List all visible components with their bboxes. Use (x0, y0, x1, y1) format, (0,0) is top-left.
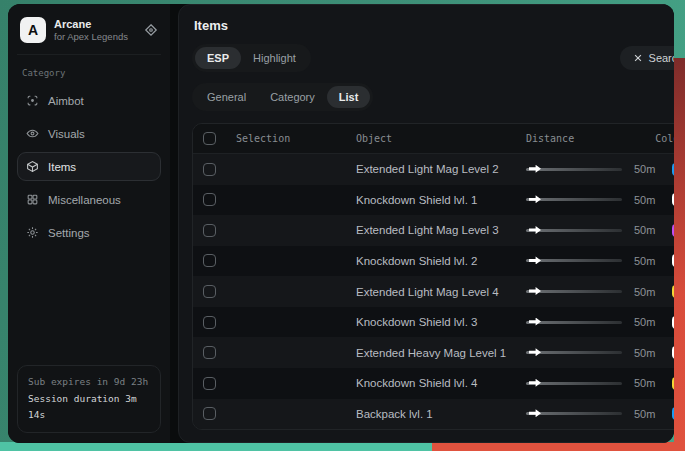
row-checkbox[interactable] (203, 377, 216, 390)
mode-tab-group: ESP Highlight (192, 44, 311, 72)
desktop-background: { "sidebar": { "logo": { "initial": "A",… (0, 0, 685, 451)
sidebar-item-miscellaneous[interactable]: Miscellaneous (17, 185, 161, 214)
app-window: A Arcane for Apex Legends Category (8, 4, 674, 443)
sidebar-item-settings[interactable]: Settings (17, 218, 161, 247)
background-red-strip-bottom (432, 442, 685, 451)
distance-value: 50m (634, 163, 655, 175)
distance-slider[interactable] (526, 229, 622, 232)
table-row: Knockdown Shield lvl. 3 50m (193, 307, 674, 338)
color-swatch[interactable] (672, 377, 674, 390)
color-swatch[interactable] (672, 346, 674, 359)
slider-knob[interactable] (529, 195, 541, 203)
slider-knob[interactable] (529, 165, 541, 173)
object-name: Extended Light Mag Level 4 (356, 286, 526, 298)
distance-slider[interactable] (526, 259, 622, 262)
background-red-strip-right (674, 58, 685, 451)
object-name: Knockdown Shield lvl. 4 (356, 377, 526, 389)
table-row: Extended Light Mag Level 3 50m (193, 215, 674, 246)
sub-expiry-text: Sub expires in 9d 23h (28, 374, 150, 391)
gear-icon (26, 226, 39, 239)
crosshair-icon (26, 94, 39, 107)
background-teal-strip (0, 442, 432, 451)
color-swatch[interactable] (672, 407, 674, 420)
object-name: Extended Light Mag Level 2 (356, 163, 526, 175)
distance-slider[interactable] (526, 198, 622, 201)
eye-icon (26, 127, 39, 140)
slider-knob[interactable] (529, 318, 541, 326)
search-button-label: Search (649, 52, 674, 64)
compass-diamond-icon[interactable] (144, 23, 158, 37)
distance-value: 50m (634, 286, 655, 298)
tab-category[interactable]: Category (258, 86, 327, 108)
distance-value: 50m (634, 377, 655, 389)
slider-knob[interactable] (529, 348, 541, 356)
distance-value: 50m (634, 224, 655, 236)
tab-esp[interactable]: ESP (195, 47, 241, 69)
row-checkbox[interactable] (203, 346, 216, 359)
distance-cell: 50m (526, 255, 655, 267)
search-button[interactable]: Search (620, 46, 674, 70)
sidebar-nav: Aimbot Visuals Items (17, 84, 161, 249)
session-info-box: Sub expires in 9d 23h Session duration 3… (17, 365, 161, 433)
slider-knob[interactable] (529, 256, 541, 264)
mode-toolbar: ESP Highlight Search (192, 44, 674, 72)
column-header-color: Color (655, 133, 674, 144)
color-swatch[interactable] (672, 254, 674, 267)
distance-slider[interactable] (526, 351, 622, 354)
distance-slider[interactable] (526, 290, 622, 293)
row-checkbox[interactable] (203, 285, 216, 298)
row-checkbox[interactable] (203, 193, 216, 206)
sidebar-item-label: Miscellaneous (48, 194, 121, 206)
row-checkbox[interactable] (203, 224, 216, 237)
table-row: Extended Heavy Mag Level 1 50m (193, 337, 674, 368)
distance-value: 50m (634, 316, 655, 328)
sidebar-item-aimbot[interactable]: Aimbot (17, 86, 161, 115)
distance-value: 50m (634, 194, 655, 206)
table-row: Knockdown Shield lvl. 4 50m (193, 368, 674, 399)
table-row: Knockdown Shield lvl. 2 50m (193, 246, 674, 277)
distance-cell: 50m (526, 408, 655, 420)
slider-knob[interactable] (529, 409, 541, 417)
slider-knob[interactable] (529, 379, 541, 387)
color-swatch[interactable] (672, 285, 674, 298)
sidebar-item-items[interactable]: Items (17, 152, 161, 181)
color-swatch[interactable] (672, 224, 674, 237)
sidebar-item-label: Settings (48, 227, 90, 239)
color-swatch[interactable] (672, 163, 674, 176)
tab-general[interactable]: General (195, 86, 258, 108)
color-swatch[interactable] (672, 193, 674, 206)
distance-cell: 50m (526, 377, 655, 389)
app-logo-header: A Arcane for Apex Legends (17, 13, 161, 55)
x-icon (633, 53, 643, 63)
sidebar-item-visuals[interactable]: Visuals (17, 119, 161, 148)
distance-slider[interactable] (526, 321, 622, 324)
object-name: Extended Heavy Mag Level 1 (356, 347, 526, 359)
row-checkbox[interactable] (203, 407, 216, 420)
distance-cell: 50m (526, 224, 655, 236)
select-all-checkbox[interactable] (203, 132, 216, 145)
column-header-object: Object (356, 133, 526, 144)
row-checkbox[interactable] (203, 163, 216, 176)
row-checkbox[interactable] (203, 316, 216, 329)
slider-knob[interactable] (529, 226, 541, 234)
object-name: Backpack lvl. 1 (356, 408, 526, 420)
category-section-label: Category (22, 68, 156, 78)
app-logo-text: Arcane for Apex Legends (54, 18, 128, 42)
distance-slider[interactable] (526, 168, 622, 171)
tab-highlight[interactable]: Highlight (241, 47, 308, 69)
items-table: Selection Object Distance Color Extended… (192, 123, 674, 430)
object-name: Knockdown Shield lvl. 2 (356, 255, 526, 267)
sidebar-item-label: Visuals (48, 128, 85, 140)
table-row: Extended Light Mag Level 4 50m (193, 276, 674, 307)
distance-slider[interactable] (526, 382, 622, 385)
sidebar: A Arcane for Apex Legends Category (8, 4, 170, 443)
row-checkbox[interactable] (203, 254, 216, 267)
page-title: Items (194, 18, 674, 33)
slider-knob[interactable] (529, 287, 541, 295)
view-toolbar: General Category List (192, 83, 674, 111)
view-tab-group: General Category List (192, 83, 373, 111)
distance-slider[interactable] (526, 412, 622, 415)
app-logo: A (20, 17, 46, 43)
color-swatch[interactable] (672, 316, 674, 329)
tab-list[interactable]: List (327, 86, 371, 108)
